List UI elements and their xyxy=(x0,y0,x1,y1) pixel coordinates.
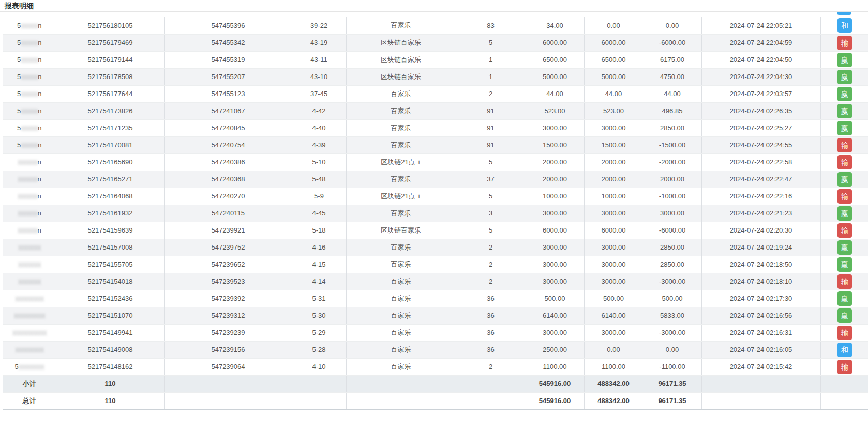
table-row: 5xxxxxxn 521754170081 547240754 4-39 百家乐… xyxy=(3,136,868,153)
win-loss-cell: -1100.00 xyxy=(643,358,701,375)
valid-bet-cell: 3000.00 xyxy=(584,205,643,222)
win-loss-cell: -3000.00 xyxy=(643,324,701,341)
clipped-row-strip: 和 xyxy=(3,12,868,17)
result-cell: 赢 xyxy=(820,85,868,102)
shoe-count-cell: 37 xyxy=(456,171,526,188)
valid-bet-cell: 0.00 xyxy=(584,17,643,34)
order-no-cell: 521754159639 xyxy=(56,222,164,239)
username-suffix: n xyxy=(37,175,41,183)
win-loss-cell: 0.00 xyxy=(643,17,701,34)
bet-time-cell: 2024-07-24 22:04:59 xyxy=(701,34,820,51)
shoe-count-cell: 91 xyxy=(456,119,526,136)
round-no-cell: 547239064 xyxy=(164,358,292,375)
game-type-cell: 区块链21点 + xyxy=(346,153,456,171)
round-no-cell: 547455207 xyxy=(164,68,292,85)
round-no-cell: 547240386 xyxy=(164,153,292,171)
table-row: xxxxxxxn 521754159639 547239921 5-18 区块链… xyxy=(3,222,868,239)
valid-bet-cell: 523.00 xyxy=(584,102,643,119)
game-type-cell: 百家乐 xyxy=(346,290,456,307)
bet-amount-cell: 6000.00 xyxy=(526,222,584,239)
username-cell: xxxxxxxxxx xyxy=(3,290,56,307)
bet-amount-cell: 2000.00 xyxy=(526,171,584,188)
win-loss-cell: -1500.00 xyxy=(643,136,701,153)
valid-bet-cell: 500.00 xyxy=(584,290,643,307)
valid-bet-cell: 6140.00 xyxy=(584,307,643,324)
valid-bet-cell: 6000.00 xyxy=(584,34,643,51)
shoe-count-cell: 91 xyxy=(456,136,526,153)
bet-amount-cell: 5000.00 xyxy=(526,68,584,85)
username-redacted: xxxxxxx xyxy=(18,192,38,201)
valid-bet-cell: 1100.00 xyxy=(584,358,643,375)
result-badge: 输 xyxy=(837,274,852,289)
order-no-cell: 521754149941 xyxy=(56,324,164,341)
username-prefix: 5 xyxy=(17,124,21,132)
username-suffix: n xyxy=(38,56,41,64)
win-loss-cell: -6000.00 xyxy=(643,34,701,51)
valid-bet-cell: 6000.00 xyxy=(584,222,643,239)
shoe-count-cell: 5 xyxy=(456,34,526,51)
shoe-count-cell: 5 xyxy=(456,188,526,205)
result-cell: 和 xyxy=(820,17,868,34)
username-cell: 5xxxxxxn xyxy=(3,17,56,34)
game-type-cell: 百家乐 xyxy=(346,205,456,222)
total-valid: 488342.00 xyxy=(584,392,643,409)
order-no-cell: 521754165271 xyxy=(56,171,164,188)
game-type-cell: 区块链百家乐 xyxy=(346,222,456,239)
table-no-cell: 4-40 xyxy=(292,119,346,136)
game-type-cell: 百家乐 xyxy=(346,239,456,256)
result-badge: 赢 xyxy=(837,172,852,187)
table-no-cell: 4-10 xyxy=(292,358,346,375)
table-row: 5xxxxxxn 521756178508 547455207 43-10 区块… xyxy=(3,68,868,85)
bet-time-cell: 2024-07-24 02:24:55 xyxy=(701,136,820,153)
round-no-cell: 547240754 xyxy=(164,136,292,153)
username-cell: xxxxxxxx xyxy=(3,239,56,256)
table-no-cell: 5-31 xyxy=(292,290,346,307)
order-no-cell: 521756179144 xyxy=(56,51,164,68)
title-bar: 报表明细 xyxy=(0,0,868,12)
shoe-count-cell: 2 xyxy=(456,273,526,290)
result-badge: 输 xyxy=(837,223,852,238)
username-prefix: 5 xyxy=(17,39,21,47)
result-cell: 赢 xyxy=(820,290,868,307)
table-no-cell: 5-30 xyxy=(292,307,346,324)
username-cell: xxxxxxxn xyxy=(3,222,56,239)
game-type-cell: 百家乐 xyxy=(346,17,456,34)
username-redacted: xxxxxx xyxy=(21,124,38,133)
table-no-cell: 39-22 xyxy=(292,17,346,34)
game-type-cell: 百家乐 xyxy=(346,324,456,341)
order-no-cell: 521756180105 xyxy=(56,17,164,34)
username-cell: 5xxxxxxn xyxy=(3,102,56,119)
bet-time-cell: 2024-07-24 22:04:30 xyxy=(701,68,820,85)
username-redacted: xxxxxx xyxy=(21,55,38,65)
table-no-cell: 5-10 xyxy=(292,153,346,171)
table-row: xxxxxxxxxxx 521754151070 547239312 5-30 … xyxy=(3,307,868,324)
result-badge: 输 xyxy=(837,189,852,204)
game-type-cell: 区块链百家乐 xyxy=(346,34,456,51)
round-no-cell: 547455396 xyxy=(164,17,292,34)
round-no-cell: 547239239 xyxy=(164,324,292,341)
game-type-cell: 百家乐 xyxy=(346,341,456,358)
bet-time-cell: 2024-07-24 02:22:47 xyxy=(701,171,820,188)
username-suffix: n xyxy=(38,22,41,29)
table-row: xxxxxxxn 521754164068 547240270 5-9 区块链2… xyxy=(3,188,868,205)
valid-bet-cell: 3000.00 xyxy=(584,324,643,341)
bet-time-cell: 2024-07-24 02:25:27 xyxy=(701,119,820,136)
table-row: xxxxxxxx 521754157008 547239752 4-16 百家乐… xyxy=(3,239,868,256)
table-row: 5xxxxxxn 521756179469 547455342 43-19 区块… xyxy=(3,34,868,51)
table-no-cell: 4-39 xyxy=(292,136,346,153)
bet-amount-cell: 3000.00 xyxy=(526,119,584,136)
table-no-cell: 43-11 xyxy=(292,51,346,68)
order-no-cell: 521756177644 xyxy=(56,85,164,102)
table-no-cell: 5-48 xyxy=(292,171,346,188)
bet-amount-cell: 2500.00 xyxy=(526,341,584,358)
username-cell: xxxxxxxn xyxy=(3,153,56,171)
bet-time-cell: 2024-07-24 02:15:42 xyxy=(701,358,820,375)
bet-time-cell: 2024-07-24 02:18:10 xyxy=(701,273,820,290)
username-redacted: xxxxxx xyxy=(21,106,38,116)
result-cell: 赢 xyxy=(820,119,868,136)
result-badge: 赢 xyxy=(837,121,852,135)
win-loss-cell: -6000.00 xyxy=(643,222,701,239)
table-row: 5xxxxxxn 521754173826 547241067 4-42 百家乐… xyxy=(3,102,868,119)
bet-amount-cell: 1100.00 xyxy=(526,358,584,375)
valid-bet-cell: 44.00 xyxy=(584,85,643,102)
